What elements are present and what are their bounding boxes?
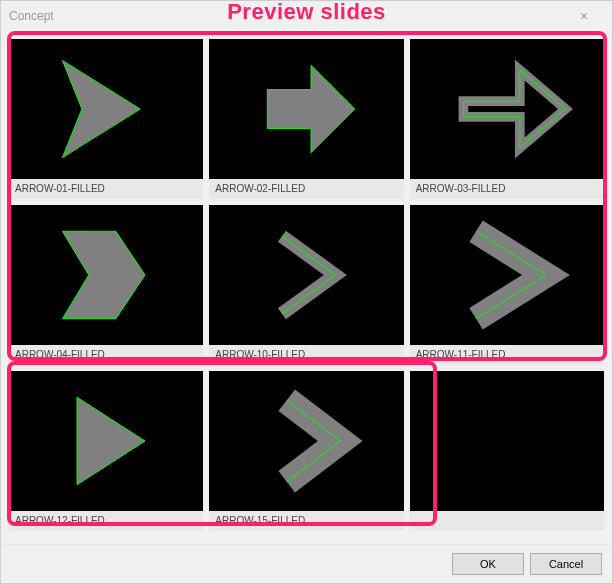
tile-label: ARROW-02-FILLED [209,179,403,199]
thumb-arrow-12 [9,371,203,511]
svg-marker-4 [62,231,145,318]
arrow-02-icon [209,39,403,179]
tile-label: ARROW-10-FILLED [209,345,403,365]
tile-label: ARROW-01-FILLED [9,179,203,199]
thumb-arrow-11 [410,205,604,345]
thumb-empty [410,371,604,511]
ok-button[interactable]: OK [452,553,524,575]
preview-tile[interactable]: ARROW-12-FILLED [9,371,203,531]
thumb-arrow-02 [209,39,403,179]
thumb-arrow-10 [209,205,403,345]
close-icon: × [580,9,588,23]
tile-label: ARROW-04-FILLED [9,345,203,365]
arrow-01-icon [9,39,203,179]
tile-label: ARROW-12-FILLED [9,511,203,531]
thumb-arrow-15 [209,371,403,511]
thumb-arrow-01 [9,39,203,179]
tile-label: ARROW-15-FILLED [209,511,403,531]
arrow-15-icon [209,371,403,511]
preview-tile[interactable]: ARROW-11-FILLED [410,205,604,365]
svg-marker-0 [62,60,140,157]
thumb-arrow-04 [9,205,203,345]
arrow-10-icon [209,205,403,345]
arrow-03-icon [410,39,604,179]
svg-marker-2 [463,70,565,148]
tile-label: ARROW-03-FILLED [410,179,604,199]
window-title: Concept [9,9,54,23]
svg-marker-1 [268,65,355,152]
thumb-arrow-03 [410,39,604,179]
preview-tile[interactable]: ARROW-10-FILLED [209,205,403,365]
close-button[interactable]: × [564,2,604,30]
preview-grid: ARROW-01-FILLED ARROW-02-FILLED ARROW-03… [1,31,612,544]
svg-marker-5 [77,397,145,484]
arrow-11-icon [410,205,604,345]
preview-tile[interactable]: ARROW-04-FILLED [9,205,203,365]
preview-tile[interactable]: ARROW-01-FILLED [9,39,203,199]
arrow-04-icon [9,205,203,345]
preview-tile[interactable]: ARROW-02-FILLED [209,39,403,199]
preview-tile[interactable]: ARROW-03-FILLED [410,39,604,199]
titlebar: Concept × [1,1,612,31]
tile-label: ARROW-11-FILLED [410,345,604,365]
arrow-12-icon [9,371,203,511]
cancel-button[interactable]: Cancel [530,553,602,575]
preview-tile[interactable]: ARROW-15-FILLED [209,371,403,531]
button-bar: OK Cancel [1,544,612,583]
preview-tile-empty [410,371,604,531]
svg-marker-3 [463,70,565,148]
concept-dialog: Concept × Preview slides ARROW-01-FILLED… [0,0,613,584]
